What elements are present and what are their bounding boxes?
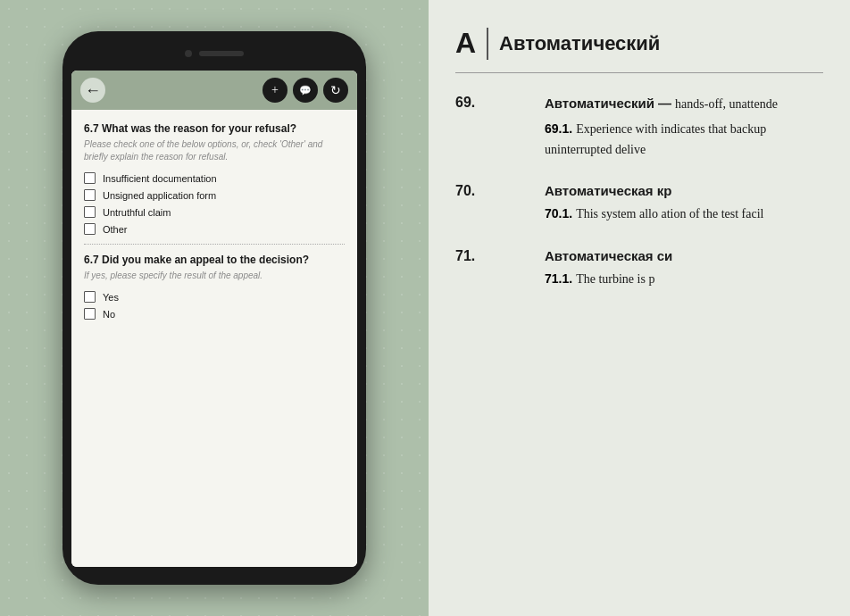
checkbox-unsigned[interactable] bbox=[84, 189, 96, 201]
section-71-body: Автоматическая си 71.1. The turbine is p bbox=[545, 248, 823, 298]
option-unsigned-label: Unsigned application form bbox=[103, 190, 216, 201]
phone-screen: ← + 💬 ↻ 6.7 What was the reason for your… bbox=[71, 71, 357, 567]
question2-text: Did you make an appeal to the decision? bbox=[102, 254, 309, 266]
question2-id: 6.7 bbox=[84, 254, 99, 266]
toolbar-actions: + 💬 ↻ bbox=[262, 78, 348, 103]
subsection-71-1-number: 71.1. bbox=[545, 271, 572, 286]
section-69-title: Автоматический — bbox=[545, 96, 671, 111]
screen-content: 6.7 What was the reason for your refusal… bbox=[71, 110, 357, 567]
question1-hint: Please check one of the below options, o… bbox=[84, 138, 345, 163]
subsection-71-1-text: The turbine is p bbox=[576, 272, 654, 286]
section-70-title: Автоматическая кр bbox=[545, 183, 671, 198]
section-71: 71. Автоматическая си 71.1. The turbine … bbox=[455, 248, 823, 298]
header-letter: A bbox=[455, 27, 476, 60]
question1-header: 6.7 What was the reason for your refusal… bbox=[84, 122, 345, 135]
option-yes-label: Yes bbox=[103, 292, 119, 303]
section-71-number: 71. bbox=[455, 248, 500, 298]
right-header: A Автоматический bbox=[455, 27, 823, 60]
screen-toolbar: ← + 💬 ↻ bbox=[71, 71, 357, 110]
subsection-71-1: 71.1. The turbine is p bbox=[545, 270, 823, 289]
add-button[interactable]: + bbox=[262, 78, 288, 103]
back-button[interactable]: ← bbox=[80, 78, 105, 103]
refresh-button[interactable]: ↻ bbox=[323, 78, 348, 103]
phone-speaker bbox=[199, 51, 244, 56]
option-insufficient-label: Insufficient documentation bbox=[103, 173, 217, 184]
option-untruthful[interactable]: Untruthful claim bbox=[84, 206, 345, 218]
header-title: Автоматический bbox=[499, 32, 660, 55]
checkbox-no[interactable] bbox=[84, 308, 96, 320]
subsection-69-1-number: 69.1. bbox=[545, 121, 572, 136]
section-69-text: hands-off, unattende bbox=[675, 97, 778, 111]
question2-hint: If yes, please specify the result of the… bbox=[84, 270, 345, 282]
section-70-body: Автоматическая кр 70.1. This system allo… bbox=[545, 183, 823, 233]
subsection-69-1-text: Experience with indicates that backup un… bbox=[545, 122, 766, 155]
checkbox-untruthful[interactable] bbox=[84, 206, 96, 218]
option-yes[interactable]: Yes bbox=[84, 291, 345, 303]
checkbox-insufficient[interactable] bbox=[84, 172, 96, 184]
subsection-70-1-text: This system allo ation of the test facil bbox=[576, 207, 763, 221]
checkbox-yes[interactable] bbox=[84, 291, 96, 303]
section-70: 70. Автоматическая кр 70.1. This system … bbox=[455, 183, 823, 233]
comment-button[interactable]: 💬 bbox=[293, 78, 318, 103]
question1-id: 6.7 bbox=[84, 122, 99, 135]
section-71-title: Автоматическая си bbox=[545, 248, 672, 263]
option-other[interactable]: Other bbox=[84, 223, 345, 235]
section-69-number: 69. bbox=[455, 95, 500, 169]
question2-header: 6.7 Did you make an appeal to the decisi… bbox=[84, 254, 345, 266]
phone-camera bbox=[185, 50, 192, 57]
subsection-69-1: 69.1. Experience with indicates that bac… bbox=[545, 120, 823, 160]
option-unsigned[interactable]: Unsigned application form bbox=[84, 189, 345, 201]
section-70-number: 70. bbox=[455, 183, 500, 233]
option-insufficient[interactable]: Insufficient documentation bbox=[84, 172, 345, 184]
option-no[interactable]: No bbox=[84, 308, 345, 320]
question1-text: What was the reason for your refusal? bbox=[102, 122, 296, 135]
header-divider bbox=[487, 28, 488, 60]
header-rule bbox=[455, 72, 823, 73]
section-69-body: Автоматический — hands-off, unattende 69… bbox=[545, 95, 823, 169]
option-no-label: No bbox=[103, 309, 115, 320]
left-panel: ← + 💬 ↻ 6.7 What was the reason for your… bbox=[0, 0, 429, 616]
right-panel: A Автоматический 69. Автоматический — ha… bbox=[429, 0, 850, 616]
checkbox-other[interactable] bbox=[84, 223, 96, 235]
option-other-label: Other bbox=[103, 224, 128, 235]
section-69: 69. Автоматический — hands-off, unattend… bbox=[455, 95, 823, 169]
phone-top-bar bbox=[71, 40, 357, 67]
option-untruthful-label: Untruthful claim bbox=[103, 207, 171, 218]
section-divider bbox=[84, 244, 345, 245]
phone-mockup: ← + 💬 ↻ 6.7 What was the reason for your… bbox=[62, 31, 366, 585]
subsection-70-1: 70.1. This system allo ation of the test… bbox=[545, 204, 823, 224]
subsection-70-1-number: 70.1. bbox=[545, 206, 572, 221]
